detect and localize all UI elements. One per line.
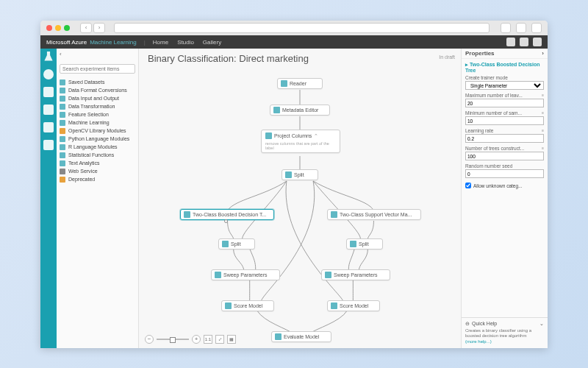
module-icon — [225, 302, 232, 309]
tree-item[interactable]: Data Transformation — [57, 102, 138, 110]
chevron-up-icon[interactable]: ⌃ — [314, 133, 318, 139]
status-label: In draft — [439, 54, 455, 60]
user-icon[interactable] — [533, 38, 542, 46]
tree-item[interactable]: Python Language Modules — [57, 135, 138, 143]
tree-item[interactable]: Text Analytics — [57, 159, 138, 167]
node-split-2[interactable]: Split — [346, 238, 383, 250]
search-input[interactable] — [60, 64, 135, 74]
learning-rate-input[interactable] — [465, 134, 544, 143]
experiments-icon[interactable] — [43, 52, 54, 62]
tree-item[interactable]: R Language Modules — [57, 143, 138, 151]
notebooks-icon[interactable] — [43, 87, 54, 97]
tree-item[interactable]: Statistical Functions — [57, 151, 138, 159]
minimize-icon[interactable] — [55, 25, 61, 31]
settings-icon[interactable] — [43, 140, 54, 150]
back-button[interactable]: ‹ — [80, 23, 92, 33]
azure-topbar: Microsoft Azure Machine Learning | Home … — [40, 35, 548, 49]
module-icon — [285, 171, 292, 178]
node-sweep-1[interactable]: Sweep Parameters — [211, 269, 280, 280]
zoom-actual-button[interactable]: ⤢ — [215, 335, 224, 344]
zoom-in-button[interactable]: + — [192, 335, 201, 344]
minimap-button[interactable]: ▦ — [227, 335, 236, 344]
connections — [139, 49, 461, 348]
max-leaves-input[interactable] — [465, 99, 544, 107]
brand-label: Microsoft Azure — [46, 39, 87, 46]
tree-item[interactable]: Data Input and Output — [57, 94, 138, 102]
node-evaluate[interactable]: Evaluate Model — [271, 331, 331, 342]
field-label: Learning rate≡ — [465, 128, 544, 133]
collapse-icon[interactable]: ⊖ — [465, 321, 470, 327]
tree-item[interactable]: Saved Datasets — [57, 78, 138, 86]
nav-rail — [40, 49, 57, 348]
tabs-icon[interactable] — [531, 23, 542, 33]
zoom-controls: − + 1:1 ⤢ ▦ — [145, 335, 236, 344]
experiment-canvas[interactable]: Binary Classification: Direct marketing … — [139, 49, 461, 348]
trainer-mode-select[interactable]: Single Parameter — [465, 81, 544, 90]
field-label: Create trainer mode — [465, 75, 544, 80]
module-icon — [273, 107, 280, 113]
module-icon — [281, 80, 287, 87]
node-split-0[interactable]: Split — [282, 169, 318, 180]
models-icon[interactable] — [43, 122, 54, 132]
tree-item[interactable]: Machine Learning — [57, 118, 138, 127]
quick-help: ⊖Quick Help⌄ Creates a binary classifier… — [462, 317, 548, 348]
module-icon — [331, 302, 337, 309]
field-label: Maximum number of leav...≡ — [465, 93, 544, 98]
properties-title: ▸ Two-Class Boosted Decision Tree — [462, 59, 548, 74]
module-icon — [275, 333, 282, 340]
node-split-1[interactable]: Split — [218, 238, 255, 250]
experiment-title: Binary Classification: Direct marketing — [148, 53, 309, 64]
forward-button[interactable]: › — [93, 23, 105, 33]
node-svm[interactable]: Two-Class Support Vector Ma... — [327, 209, 421, 220]
tree-item[interactable]: Web Service — [57, 167, 138, 175]
tree-item[interactable]: Feature Selection — [57, 110, 138, 118]
node-score-2[interactable]: Score Model — [327, 300, 380, 311]
module-icon — [184, 211, 190, 218]
module-icon — [325, 272, 331, 278]
properties-header: Properties — [465, 50, 495, 57]
nav-studio[interactable]: Studio — [177, 39, 194, 46]
collapse-button[interactable]: ‹ — [60, 51, 62, 57]
tree-item[interactable]: Deprecated — [57, 175, 138, 183]
web-services-icon[interactable] — [43, 69, 54, 79]
smile-icon[interactable] — [520, 38, 528, 46]
checkbox-label: Allow unknown categ... — [473, 183, 522, 188]
tree-item[interactable]: Data Format Conversions — [57, 86, 138, 94]
product-label: Machine Learning — [90, 39, 137, 46]
num-trees-input[interactable] — [465, 152, 544, 160]
zoom-icon[interactable] — [64, 25, 70, 31]
share-icon[interactable] — [501, 23, 511, 33]
node-metadata[interactable]: Metadata Editor — [270, 105, 330, 116]
close-icon[interactable] — [46, 25, 52, 31]
zoom-slider[interactable] — [157, 339, 189, 340]
module-icon — [265, 132, 272, 139]
nav-home[interactable]: Home — [153, 39, 168, 46]
properties-panel: Properties › ▸ Two-Class Boosted Decisio… — [461, 49, 548, 348]
module-icon — [215, 272, 221, 278]
node-reader[interactable]: Reader — [277, 78, 323, 89]
download-icon[interactable] — [516, 23, 526, 33]
module-icon — [331, 211, 337, 218]
zoom-out-button[interactable]: − — [145, 335, 154, 344]
field-label: Random number seed — [465, 163, 544, 169]
zoom-fit-button[interactable]: 1:1 — [204, 335, 212, 344]
node-sweep-2[interactable]: Sweep Parameters — [321, 269, 390, 280]
browser-titlebar: ‹ › — [40, 21, 548, 35]
datasets-icon[interactable] — [43, 105, 54, 115]
random-seed-input[interactable] — [465, 169, 544, 178]
allow-unknown-checkbox[interactable] — [465, 183, 471, 188]
more-help-link[interactable]: (more help...) — [465, 339, 492, 344]
nav-gallery[interactable]: Gallery — [203, 39, 221, 46]
node-boosted-tree[interactable]: Two-Class Boosted Decision T... — [180, 209, 274, 220]
chevron-right-icon[interactable]: › — [542, 50, 544, 57]
help-icon[interactable] — [506, 38, 515, 46]
chevron-down-icon[interactable]: ⌄ — [539, 321, 544, 327]
output-port[interactable] — [224, 219, 228, 223]
tree-item[interactable]: OpenCV Library Modules — [57, 127, 138, 135]
node-project-columns[interactable]: Project Columns⌃ remove columns that are… — [261, 130, 340, 153]
node-score-1[interactable]: Score Model — [221, 300, 274, 311]
module-icon — [350, 241, 356, 247]
module-palette: ‹ Saved Datasets Data Format Conversions… — [57, 49, 139, 348]
url-bar[interactable] — [114, 23, 490, 33]
min-samples-input[interactable] — [465, 116, 544, 125]
